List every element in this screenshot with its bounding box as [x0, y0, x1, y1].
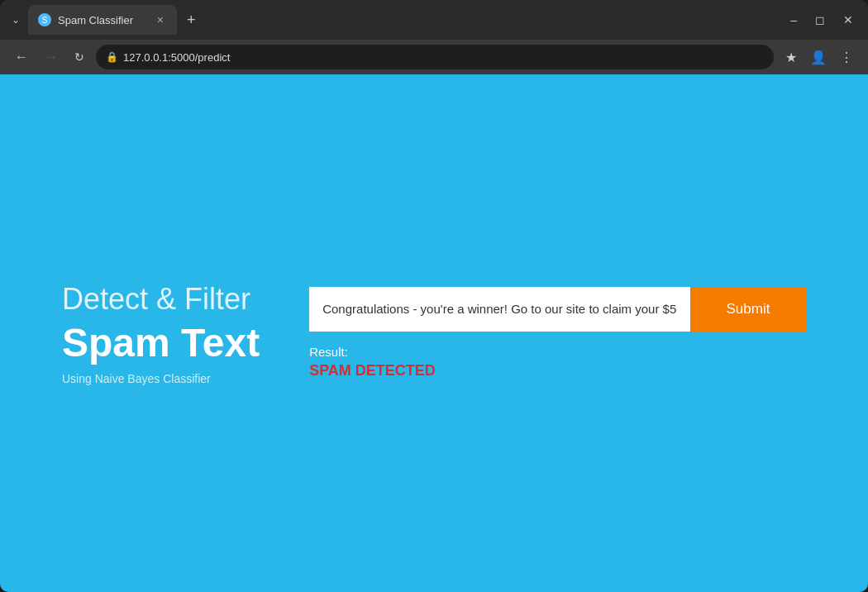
tab-dropdown-button[interactable]: ⌄	[7, 11, 25, 29]
spam-text-title: Spam Text	[62, 322, 260, 365]
tab-title: Spam Classifier	[58, 14, 147, 26]
page-content: Detect & Filter Spam Text Using Naive Ba…	[0, 74, 868, 592]
window-close-button[interactable]: ✕	[835, 8, 861, 31]
main-layout: Detect & Filter Spam Text Using Naive Ba…	[62, 281, 806, 385]
lock-icon: 🔒	[106, 51, 118, 63]
window-controls: – ◻ ✕	[782, 8, 861, 31]
browser-window: ⌄ S Spam Classifier × + – ◻ ✕ ← → ↻ 🔒 12…	[0, 0, 868, 592]
right-panel: Submit Result: SPAM DETECTED	[309, 287, 806, 380]
left-panel: Detect & Filter Spam Text Using Naive Ba…	[62, 281, 260, 385]
tab-strip: S Spam Classifier × +	[28, 5, 779, 35]
reload-button[interactable]: ↻	[69, 47, 89, 67]
submit-button[interactable]: Submit	[690, 287, 806, 332]
url-bar-container[interactable]: 🔒 127.0.0.1:5000/predict	[96, 45, 774, 69]
tab-close-button[interactable]: ×	[154, 12, 167, 28]
menu-button[interactable]: ⋮	[835, 46, 858, 69]
active-tab[interactable]: S Spam Classifier ×	[28, 5, 177, 35]
window-minimize-button[interactable]: –	[782, 8, 805, 31]
input-row: Submit	[309, 287, 806, 332]
address-bar: ← → ↻ 🔒 127.0.0.1:5000/predict ★ 👤 ⋮	[0, 40, 868, 74]
result-label: Result:	[309, 345, 806, 359]
title-bar: ⌄ S Spam Classifier × + – ◻ ✕	[0, 0, 868, 40]
bookmark-button[interactable]: ★	[780, 46, 802, 69]
detect-filter-heading: Detect & Filter	[62, 281, 260, 317]
tab-favicon: S	[38, 13, 51, 26]
back-button[interactable]: ←	[10, 46, 33, 68]
new-tab-button[interactable]: +	[180, 8, 203, 32]
forward-button[interactable]: →	[40, 46, 63, 68]
message-input[interactable]	[309, 287, 690, 332]
toolbar-icons: ★ 👤 ⋮	[780, 46, 858, 69]
result-section: Result: SPAM DETECTED	[309, 345, 806, 380]
window-maximize-button[interactable]: ◻	[807, 8, 833, 31]
url-text: 127.0.0.1:5000/predict	[123, 51, 230, 64]
subtitle: Using Naive Bayes Classifier	[62, 372, 260, 385]
profile-button[interactable]: 👤	[805, 46, 832, 69]
result-value: SPAM DETECTED	[309, 362, 806, 380]
